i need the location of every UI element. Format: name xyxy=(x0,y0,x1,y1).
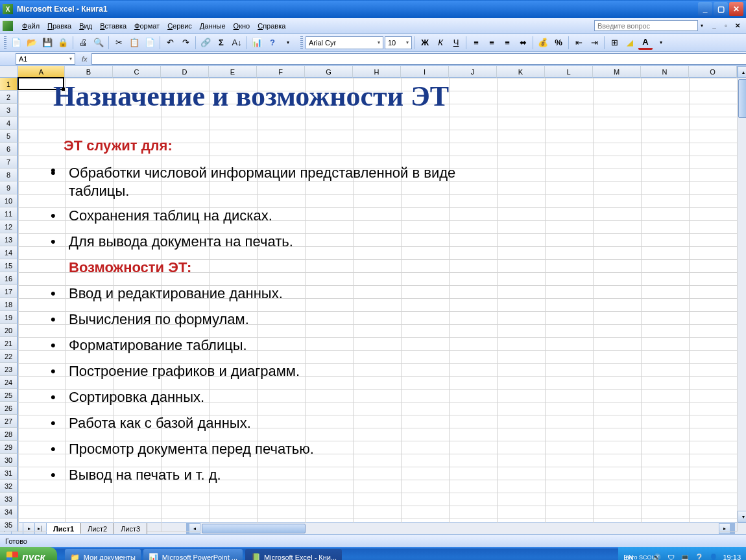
ask-question-input[interactable] xyxy=(594,20,698,31)
mdi-minimize-button[interactable]: _ xyxy=(709,21,719,30)
fill-color-button[interactable]: ◢ xyxy=(623,36,637,50)
row-header-10[interactable]: 10 xyxy=(0,194,18,207)
undo-button[interactable]: ↶ xyxy=(163,36,177,50)
tray-volume-icon[interactable]: 🔊 xyxy=(651,552,662,560)
column-header-N[interactable]: N xyxy=(641,66,689,78)
help-button[interactable]: ? xyxy=(265,36,280,50)
toolbar-options-button[interactable]: ▾ xyxy=(281,36,295,50)
decrease-indent-button[interactable]: ⇤ xyxy=(572,36,586,50)
row-header-1[interactable]: 1 xyxy=(0,78,18,91)
workbook-icon[interactable] xyxy=(3,21,13,31)
row-header-23[interactable]: 23 xyxy=(0,363,18,376)
taskbar-item-documents[interactable]: 📁 Мои документы xyxy=(65,549,141,560)
tray-shield-icon[interactable]: 🛡 xyxy=(666,552,676,560)
merge-center-button[interactable]: ⬌ xyxy=(516,36,530,50)
tray-msn-icon[interactable]: 👤 xyxy=(708,552,719,560)
taskbar-item-powerpoint[interactable]: 📊 Microsoft PowerPoint ... xyxy=(143,549,243,560)
font-size-combo[interactable]: 10 ▾ xyxy=(385,36,412,49)
menu-edit[interactable]: Правка xyxy=(43,21,75,31)
row-header-15[interactable]: 15 xyxy=(0,259,18,272)
row-header-12[interactable]: 12 xyxy=(0,220,18,233)
row-header-26[interactable]: 26 xyxy=(0,402,18,415)
formatting-toolbar-grip[interactable] xyxy=(300,36,303,49)
row-header-28[interactable]: 28 xyxy=(0,428,18,441)
row-header-3[interactable]: 3 xyxy=(0,104,18,117)
menu-file[interactable]: Файл xyxy=(18,21,43,31)
row-header-5[interactable]: 5 xyxy=(0,130,18,143)
currency-button[interactable]: 💰 xyxy=(536,36,550,50)
cut-button[interactable]: ✂ xyxy=(112,36,126,50)
cells-area[interactable]: Назначение и возможности ЭТ ЭТ служит дл… xyxy=(18,78,737,531)
new-button[interactable]: 📄 xyxy=(9,36,23,50)
mdi-close-button[interactable]: ✕ xyxy=(732,21,743,30)
sheet-tab-3[interactable]: Лист3 xyxy=(114,523,147,534)
row-header-9[interactable]: 9 xyxy=(0,181,18,194)
hscroll-thumb[interactable] xyxy=(202,524,306,533)
row-header-21[interactable]: 21 xyxy=(0,337,18,350)
formatting-options-button[interactable]: ▾ xyxy=(654,36,668,50)
column-header-H[interactable]: H xyxy=(353,66,401,78)
menu-format[interactable]: Формат xyxy=(130,21,163,31)
name-box[interactable]: A1 ▾ xyxy=(16,53,75,65)
borders-button[interactable]: ⊞ xyxy=(607,36,621,50)
scroll-down-button[interactable]: ▾ xyxy=(738,511,746,522)
row-header-2[interactable]: 2 xyxy=(0,91,18,104)
chart-button[interactable]: 📊 xyxy=(250,36,264,50)
hyperlink-button[interactable]: 🔗 xyxy=(199,36,213,50)
row-header-27[interactable]: 27 xyxy=(0,415,18,428)
maximize-button[interactable]: ▢ xyxy=(714,2,728,16)
sheet-tab-2[interactable]: Лист2 xyxy=(81,523,114,534)
print-preview-button[interactable]: 🔍 xyxy=(91,36,106,50)
start-button[interactable]: пуск xyxy=(0,547,57,560)
tray-network-icon[interactable]: 💻 xyxy=(680,552,690,560)
menu-window[interactable]: Окно xyxy=(230,21,254,31)
vscroll-thumb[interactable] xyxy=(738,79,746,118)
row-header-7[interactable]: 7 xyxy=(0,156,18,169)
row-header-31[interactable]: 31 xyxy=(0,467,18,480)
column-header-C[interactable]: C xyxy=(113,66,161,78)
sheet-tab-1[interactable]: Лист1 xyxy=(47,523,81,534)
column-header-B[interactable]: B xyxy=(65,66,113,78)
toolbar-grip[interactable] xyxy=(4,36,6,49)
redo-button[interactable]: ↷ xyxy=(178,36,193,50)
row-header-30[interactable]: 30 xyxy=(0,454,18,467)
column-header-K[interactable]: K xyxy=(497,66,545,78)
copy-button[interactable]: 📋 xyxy=(127,36,141,50)
increase-indent-button[interactable]: ⇥ xyxy=(587,36,601,50)
autosum-button[interactable]: Σ xyxy=(214,36,228,50)
column-header-F[interactable]: F xyxy=(257,66,305,78)
select-all-corner[interactable] xyxy=(0,66,18,78)
print-button[interactable]: 🖨 xyxy=(76,36,90,50)
font-name-combo[interactable]: Arial Cyr ▾ xyxy=(306,36,383,49)
column-header-I[interactable]: I xyxy=(401,66,449,78)
row-header-18[interactable]: 18 xyxy=(0,298,18,311)
row-header-19[interactable]: 19 xyxy=(0,311,18,324)
column-header-G[interactable]: G xyxy=(305,66,353,78)
menu-help[interactable]: Справка xyxy=(254,21,289,31)
row-header-20[interactable]: 20 xyxy=(0,324,18,337)
row-header-22[interactable]: 22 xyxy=(0,350,18,363)
tray-help-icon[interactable]: ❔ xyxy=(694,552,704,560)
row-header-29[interactable]: 29 xyxy=(0,441,18,454)
underline-button[interactable]: Ч xyxy=(449,36,463,50)
align-center-button[interactable]: ≡ xyxy=(485,36,499,50)
clock[interactable]: 19:13 xyxy=(723,554,741,560)
row-header-6[interactable]: 6 xyxy=(0,143,18,156)
row-header-35[interactable]: 35 xyxy=(0,519,18,531)
menu-view[interactable]: Вид xyxy=(75,21,96,31)
minimize-button[interactable]: _ xyxy=(698,2,712,16)
row-header-17[interactable]: 17 xyxy=(0,285,18,298)
row-header-25[interactable]: 25 xyxy=(0,389,18,402)
formula-input[interactable] xyxy=(91,53,746,65)
mdi-restore-button[interactable]: ▫ xyxy=(721,21,731,30)
column-header-L[interactable]: L xyxy=(545,66,593,78)
row-header-13[interactable]: 13 xyxy=(0,233,18,246)
sort-button[interactable]: A↓ xyxy=(230,36,244,50)
row-header-34[interactable]: 34 xyxy=(0,506,18,519)
row-header-16[interactable]: 16 xyxy=(0,272,18,285)
menu-insert[interactable]: Вставка xyxy=(96,21,130,31)
paste-button[interactable]: 📄 xyxy=(143,36,157,50)
row-header-32[interactable]: 32 xyxy=(0,480,18,493)
scroll-up-button[interactable]: ▴ xyxy=(738,66,746,78)
column-header-M[interactable]: M xyxy=(593,66,641,78)
